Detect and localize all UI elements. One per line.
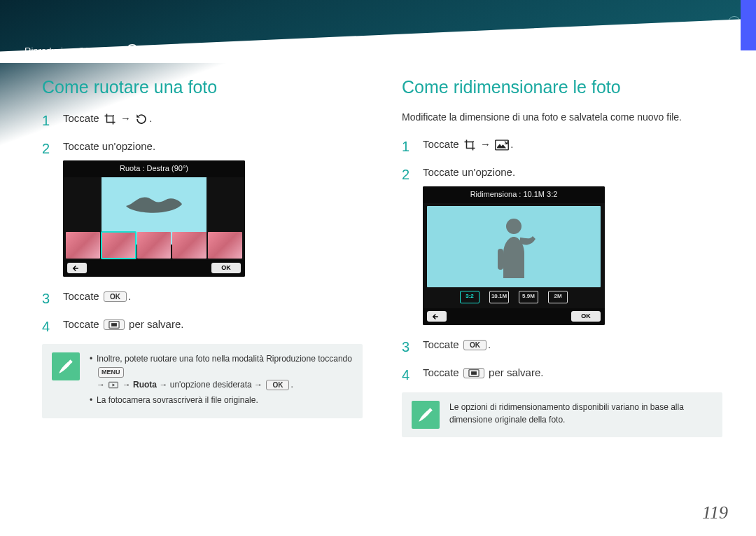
note-line-2: La fotocamera sovrascriverà il file orig… — [90, 394, 353, 407]
pen-icon — [52, 352, 80, 380]
page-number: 119 — [702, 502, 728, 523]
size-chip[interactable]: 10.1M — [489, 291, 509, 303]
ok-button[interactable]: OK — [571, 311, 601, 322]
step-1: Toccate → . — [42, 110, 363, 127]
content: Come ruotare una foto Toccate → . Toccat… — [42, 77, 722, 508]
breadcrumb-prefix: Riproduzione/Modifica > — [24, 46, 122, 56]
size-chip[interactable]: 5.9M — [519, 291, 538, 303]
svg-rect-5 — [496, 140, 508, 150]
size-chip[interactable]: 2M — [548, 291, 568, 303]
rotate-icon — [135, 113, 148, 125]
thumbnail[interactable] — [137, 232, 172, 259]
screenshot-footer: OK — [63, 260, 245, 277]
step-3: Toccate OK. — [402, 336, 722, 353]
pen-icon — [412, 401, 440, 429]
screenshot-resize: Ridimensiona : 10.1M 3:2 — [423, 186, 605, 325]
screenshot-body: 3:2 10.1M 5.9M 2M — [423, 203, 605, 308]
save-button-inline[interactable] — [104, 319, 125, 330]
step-1: Toccate → . — [402, 136, 722, 153]
save-button-inline[interactable] — [463, 368, 484, 378]
step-3: Toccate OK. — [42, 288, 363, 305]
step-text: Toccate — [63, 318, 99, 330]
thumbnail[interactable] — [208, 232, 242, 259]
menu-button-inline[interactable]: MENU — [98, 367, 124, 378]
svg-rect-9 — [471, 371, 477, 375]
arrow: → — [480, 138, 491, 150]
ok-button-inline[interactable]: OK — [266, 380, 289, 390]
column-rotate: Come ruotare una foto Toccate → . Toccat… — [42, 77, 363, 508]
step-text: Toccate — [423, 366, 459, 378]
thumbnail[interactable] — [172, 232, 206, 259]
step-text: per salvare. — [129, 318, 183, 330]
breadcrumb-title: Come modificare le foto — [127, 41, 282, 57]
heading-resize: Come ridimensionare le foto — [402, 77, 722, 97]
resize-preview — [427, 206, 601, 287]
steps-resize: Toccate → . Toccate un'opzione. Ridimens… — [402, 136, 722, 381]
note-text: Le opzioni di ridimensionamento disponib… — [449, 401, 713, 427]
screenshot-rotate: Ruota : Destra (90°) — [63, 160, 245, 277]
svg-point-6 — [506, 219, 522, 234]
silhouette-icon — [122, 188, 186, 217]
svg-rect-7 — [498, 249, 503, 270]
size-options: 3:2 10.1M 5.9M 2M — [423, 289, 605, 305]
svg-point-0 — [113, 115, 114, 116]
step-text: Toccate un'opzione. — [423, 166, 515, 178]
step-4: Toccate per salvare. — [402, 364, 722, 381]
screenshot-body — [63, 177, 245, 260]
steps-rotate: Toccate → . Toccate un'opzione. Ruota : … — [42, 110, 363, 333]
step-text: Toccate un'opzione. — [63, 140, 155, 152]
step-2: Toccate un'opzione. Ridimensiona : 10.1M… — [402, 164, 722, 325]
step-text: Toccate — [423, 338, 459, 350]
back-button[interactable] — [427, 311, 447, 322]
size-chip-selected[interactable]: 3:2 — [460, 291, 479, 303]
ok-button-inline[interactable]: OK — [463, 340, 486, 350]
note-line-1: Inoltre, potete ruotare una foto nella m… — [90, 352, 353, 392]
thumbnail-row — [66, 232, 242, 259]
thumbnail[interactable] — [66, 232, 100, 259]
breadcrumb: Riproduzione/Modifica > Come modificare … — [24, 41, 282, 57]
step-text: Toccate — [63, 112, 99, 124]
svg-rect-2 — [111, 323, 117, 327]
screenshot-title: Ruota : Destra (90°) — [63, 160, 245, 177]
thumbnail-selected[interactable] — [102, 232, 136, 259]
arrow: → — [120, 112, 131, 124]
resize-icon — [495, 139, 509, 151]
step-4: Toccate per salvare. — [42, 316, 363, 333]
playback-icon — [108, 381, 118, 389]
screenshot-footer: OK — [423, 308, 605, 325]
column-resize: Come ridimensionare le foto Modificate l… — [402, 77, 722, 508]
heading-rotate: Come ruotare una foto — [42, 77, 363, 97]
step-text: per salvare. — [489, 366, 543, 378]
back-button[interactable] — [67, 263, 87, 273]
step-2: Toccate un'opzione. Ruota : Destra (90°) — [42, 138, 363, 277]
screenshot-title: Ridimensiona : 10.1M 3:2 — [423, 186, 605, 203]
ok-button-inline[interactable]: OK — [104, 291, 127, 302]
ok-button[interactable]: OK — [211, 263, 241, 273]
crop-icon — [104, 113, 116, 125]
page: Riproduzione/Modifica > Come modificare … — [0, 0, 756, 536]
step-text: Toccate — [63, 290, 99, 302]
svg-point-4 — [472, 141, 474, 142]
note-box-resize: Le opzioni di ridimensionamento disponib… — [402, 392, 722, 437]
side-tab — [741, 0, 756, 50]
note-text: Inoltre, potete ruotare una foto nella m… — [90, 352, 353, 410]
step-text: Toccate — [423, 138, 459, 150]
intro-resize: Modificate la dimensione di una foto e s… — [402, 110, 722, 125]
crop-icon — [463, 139, 476, 151]
note-box-rotate: Inoltre, potete ruotare una foto nella m… — [42, 344, 363, 418]
person-silhouette-icon — [489, 215, 538, 278]
